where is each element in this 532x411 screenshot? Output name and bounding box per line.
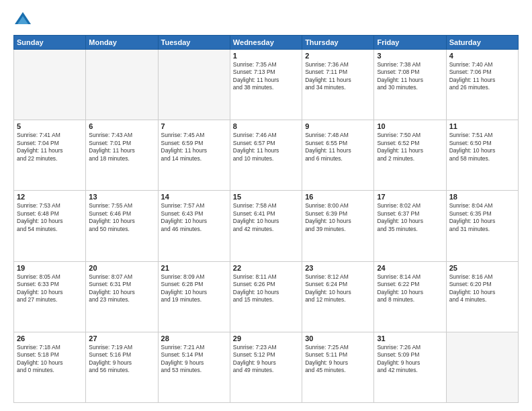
day-number: 21 [161,264,227,272]
calendar-cell [14,50,86,120]
day-number: 7 [161,122,227,130]
day-number: 30 [305,334,371,342]
day-info: Sunrise: 8:05 AM Sunset: 6:33 PM Dayligh… [17,273,83,304]
calendar-cell: 3Sunrise: 7:38 AM Sunset: 7:08 PM Daylig… [374,50,446,120]
day-info: Sunrise: 8:00 AM Sunset: 6:39 PM Dayligh… [305,202,371,233]
day-number: 5 [17,122,83,130]
day-number: 9 [305,122,371,130]
weekday-header-row: SundayMondayTuesdayWednesdayThursdayFrid… [14,36,519,50]
calendar-cell: 2Sunrise: 7:36 AM Sunset: 7:11 PM Daylig… [302,50,374,120]
calendar-week-1: 1Sunrise: 7:35 AM Sunset: 7:13 PM Daylig… [14,50,519,120]
calendar-cell: 30Sunrise: 7:25 AM Sunset: 5:11 PM Dayli… [302,332,374,402]
calendar-cell: 27Sunrise: 7:19 AM Sunset: 5:16 PM Dayli… [86,332,158,402]
calendar-cell: 12Sunrise: 7:53 AM Sunset: 6:48 PM Dayli… [14,191,86,261]
calendar-cell: 24Sunrise: 8:14 AM Sunset: 6:22 PM Dayli… [374,261,446,332]
day-info: Sunrise: 8:09 AM Sunset: 6:28 PM Dayligh… [161,273,227,304]
day-info: Sunrise: 7:55 AM Sunset: 6:46 PM Dayligh… [89,202,154,233]
day-number: 2 [305,52,371,60]
day-info: Sunrise: 7:19 AM Sunset: 5:16 PM Dayligh… [89,344,154,375]
day-info: Sunrise: 8:11 AM Sunset: 6:26 PM Dayligh… [233,273,299,304]
calendar-cell: 16Sunrise: 8:00 AM Sunset: 6:39 PM Dayli… [302,191,374,261]
calendar-cell: 31Sunrise: 7:26 AM Sunset: 5:09 PM Dayli… [374,332,446,402]
day-info: Sunrise: 7:41 AM Sunset: 7:04 PM Dayligh… [17,132,83,163]
calendar-cell: 11Sunrise: 7:51 AM Sunset: 6:50 PM Dayli… [446,120,518,191]
calendar-cell: 15Sunrise: 7:58 AM Sunset: 6:41 PM Dayli… [230,191,302,261]
calendar-cell: 9Sunrise: 7:48 AM Sunset: 6:55 PM Daylig… [302,120,374,191]
day-info: Sunrise: 8:07 AM Sunset: 6:31 PM Dayligh… [89,273,154,304]
day-info: Sunrise: 7:40 AM Sunset: 7:06 PM Dayligh… [449,61,515,92]
calendar-cell: 19Sunrise: 8:05 AM Sunset: 6:33 PM Dayli… [14,261,86,332]
calendar-cell [86,50,158,120]
calendar-cell [446,332,518,402]
header [13,11,519,30]
day-number: 16 [305,193,371,201]
day-number: 1 [233,52,299,60]
day-info: Sunrise: 7:43 AM Sunset: 7:01 PM Dayligh… [89,132,154,163]
day-number: 22 [233,264,299,272]
day-number: 29 [233,334,299,342]
calendar-week-4: 19Sunrise: 8:05 AM Sunset: 6:33 PM Dayli… [14,261,519,332]
day-info: Sunrise: 7:53 AM Sunset: 6:48 PM Dayligh… [17,202,83,233]
weekday-header-friday: Friday [374,36,446,50]
day-info: Sunrise: 8:12 AM Sunset: 6:24 PM Dayligh… [305,273,371,304]
weekday-header-tuesday: Tuesday [158,36,230,50]
calendar-cell: 4Sunrise: 7:40 AM Sunset: 7:06 PM Daylig… [446,50,518,120]
day-info: Sunrise: 8:14 AM Sunset: 6:22 PM Dayligh… [377,273,443,304]
day-number: 4 [449,52,515,60]
day-number: 18 [449,193,515,201]
day-number: 19 [17,264,83,272]
weekday-header-wednesday: Wednesday [230,36,302,50]
day-info: Sunrise: 7:26 AM Sunset: 5:09 PM Dayligh… [377,344,443,375]
calendar-cell: 29Sunrise: 7:23 AM Sunset: 5:12 PM Dayli… [230,332,302,402]
day-info: Sunrise: 7:58 AM Sunset: 6:41 PM Dayligh… [233,202,299,233]
day-info: Sunrise: 7:45 AM Sunset: 6:59 PM Dayligh… [161,132,227,163]
day-number: 25 [449,264,515,272]
calendar-week-2: 5Sunrise: 7:41 AM Sunset: 7:04 PM Daylig… [14,120,519,191]
calendar-cell: 28Sunrise: 7:21 AM Sunset: 5:14 PM Dayli… [158,332,230,402]
day-number: 23 [305,264,371,272]
logo [13,11,35,30]
day-info: Sunrise: 8:02 AM Sunset: 6:37 PM Dayligh… [377,202,443,233]
calendar-cell: 7Sunrise: 7:45 AM Sunset: 6:59 PM Daylig… [158,120,230,191]
day-number: 20 [89,264,154,272]
day-info: Sunrise: 7:46 AM Sunset: 6:57 PM Dayligh… [233,132,299,163]
day-info: Sunrise: 7:57 AM Sunset: 6:43 PM Dayligh… [161,202,227,233]
day-number: 15 [233,193,299,201]
calendar-cell: 22Sunrise: 8:11 AM Sunset: 6:26 PM Dayli… [230,261,302,332]
day-number: 24 [377,264,443,272]
calendar-cell: 13Sunrise: 7:55 AM Sunset: 6:46 PM Dayli… [86,191,158,261]
calendar-cell: 25Sunrise: 8:16 AM Sunset: 6:20 PM Dayli… [446,261,518,332]
day-info: Sunrise: 7:25 AM Sunset: 5:11 PM Dayligh… [305,344,371,375]
day-info: Sunrise: 7:18 AM Sunset: 5:18 PM Dayligh… [17,344,83,375]
logo-icon [13,11,32,30]
calendar-cell: 18Sunrise: 8:04 AM Sunset: 6:35 PM Dayli… [446,191,518,261]
calendar-week-5: 26Sunrise: 7:18 AM Sunset: 5:18 PM Dayli… [14,332,519,402]
day-number: 31 [377,334,443,342]
day-number: 27 [89,334,154,342]
page: SundayMondayTuesdayWednesdayThursdayFrid… [0,0,532,411]
weekday-header-saturday: Saturday [446,36,518,50]
weekday-header-monday: Monday [86,36,158,50]
day-number: 6 [89,122,154,130]
day-number: 11 [449,122,515,130]
day-number: 13 [89,193,154,201]
day-number: 12 [17,193,83,201]
day-number: 17 [377,193,443,201]
calendar-cell: 23Sunrise: 8:12 AM Sunset: 6:24 PM Dayli… [302,261,374,332]
day-number: 3 [377,52,443,60]
calendar-cell: 14Sunrise: 7:57 AM Sunset: 6:43 PM Dayli… [158,191,230,261]
calendar-cell: 1Sunrise: 7:35 AM Sunset: 7:13 PM Daylig… [230,50,302,120]
calendar-cell: 21Sunrise: 8:09 AM Sunset: 6:28 PM Dayli… [158,261,230,332]
calendar-cell [158,50,230,120]
day-info: Sunrise: 7:36 AM Sunset: 7:11 PM Dayligh… [305,61,371,92]
day-info: Sunrise: 8:04 AM Sunset: 6:35 PM Dayligh… [449,202,515,233]
calendar-cell: 17Sunrise: 8:02 AM Sunset: 6:37 PM Dayli… [374,191,446,261]
calendar-cell: 8Sunrise: 7:46 AM Sunset: 6:57 PM Daylig… [230,120,302,191]
calendar-table: SundayMondayTuesdayWednesdayThursdayFrid… [13,35,519,403]
weekday-header-sunday: Sunday [14,36,86,50]
day-info: Sunrise: 7:50 AM Sunset: 6:52 PM Dayligh… [377,132,443,163]
day-info: Sunrise: 7:38 AM Sunset: 7:08 PM Dayligh… [377,61,443,92]
day-info: Sunrise: 7:21 AM Sunset: 5:14 PM Dayligh… [161,344,227,375]
day-info: Sunrise: 8:16 AM Sunset: 6:20 PM Dayligh… [449,273,515,304]
day-info: Sunrise: 7:23 AM Sunset: 5:12 PM Dayligh… [233,344,299,375]
